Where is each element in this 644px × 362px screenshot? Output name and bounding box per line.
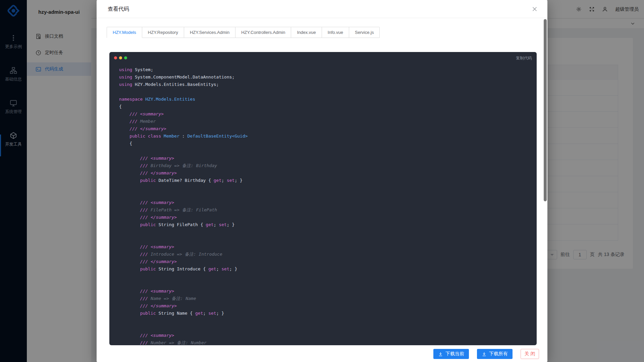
- code-line: /// <summary>: [119, 155, 537, 162]
- view-code-modal: 查看代码 HZY.ModelsHZY.RepositoryHZY.Service…: [97, 0, 547, 362]
- copy-code-button[interactable]: 复制代码: [516, 55, 532, 61]
- code-line: [119, 236, 537, 243]
- tab-hzy-repository[interactable]: HZY.Repository: [142, 27, 184, 38]
- code-line: /// Birthday => 备注: Birthday: [119, 162, 537, 169]
- code-line: /// Number => 备注: Number: [119, 339, 537, 345]
- green-dot-icon: [124, 56, 127, 59]
- code-viewer-header: 复制代码: [109, 52, 537, 63]
- code-line: using System.ComponentModel.DataAnnotati…: [119, 73, 537, 81]
- download-all-button[interactable]: 下载所有: [477, 349, 513, 359]
- code-line: public String Introduce { get; set; }: [119, 265, 537, 273]
- close-icon[interactable]: [531, 6, 538, 12]
- code-line: [119, 192, 537, 199]
- code-line: /// </summary>: [119, 258, 537, 265]
- download-icon: [482, 352, 487, 357]
- code-line: /// <summary>: [119, 243, 537, 251]
- code-line: [119, 273, 537, 280]
- code-line: /// </summary>: [119, 214, 537, 221]
- code-line: public String Name { get; set; }: [119, 310, 537, 317]
- code-viewer: 复制代码 using System;using System.Component…: [109, 52, 537, 345]
- code-line: [119, 324, 537, 332]
- code-line: [119, 184, 537, 192]
- code-line: /// Name => 备注: Name: [119, 295, 537, 302]
- tab-hzy-models[interactable]: HZY.Models: [107, 27, 142, 38]
- code-line: [119, 147, 537, 155]
- code-line: /// FilePath => 备注: FilePath: [119, 206, 537, 214]
- download-icon: [438, 352, 443, 357]
- code-line: /// </summary>: [119, 169, 537, 177]
- code-line: /// <summary>: [119, 199, 537, 206]
- code-line: public DateTime? Birthday { get; set; }: [119, 177, 537, 184]
- window-dots-icon: [114, 56, 127, 59]
- code-file-tabs: HZY.ModelsHZY.RepositoryHZY.Services.Adm…: [107, 27, 380, 38]
- code-line: {: [119, 140, 537, 147]
- tab-hzy-controllers-admin[interactable]: HZY.Controllers.Admin: [235, 27, 291, 38]
- yellow-dot-icon: [119, 56, 122, 59]
- tab-info-vue[interactable]: Info.vue: [322, 27, 349, 38]
- code-line: {: [119, 103, 537, 110]
- red-dot-icon: [114, 56, 117, 59]
- code-line: using System;: [119, 66, 537, 73]
- code-line: /// </summary>: [119, 125, 537, 133]
- code-line: [119, 88, 537, 96]
- code-line: using HZY.Models.Entities.BaseEntitys;: [119, 81, 537, 88]
- code-line: /// <summary>: [119, 288, 537, 295]
- modal-header: 查看代码: [97, 0, 547, 18]
- close-button[interactable]: 关 闭: [521, 349, 539, 359]
- code-line: /// Member: [119, 118, 537, 125]
- code-content: using System;using System.ComponentModel…: [109, 66, 537, 345]
- download-current-button[interactable]: 下载当前: [433, 349, 469, 359]
- code-line: /// Introduce => 备注: Introduce: [119, 251, 537, 258]
- code-line: [119, 280, 537, 288]
- modal-scrollbar-thumb[interactable]: [544, 19, 547, 201]
- modal-title: 查看代码: [108, 0, 129, 18]
- code-line: [119, 228, 537, 236]
- modal-footer: 下载当前 下载所有 关 闭: [433, 349, 539, 359]
- tab-service-js[interactable]: Service.js: [349, 27, 380, 38]
- code-line: /// <summary>: [119, 332, 537, 339]
- code-line: /// </summary>: [119, 302, 537, 310]
- code-line: [119, 317, 537, 324]
- code-line: public class Member : DefaultBaseEntity<…: [119, 133, 537, 140]
- code-line: public String FilePath { get; set; }: [119, 221, 537, 228]
- code-line: namespace HZY.Models.Entities: [119, 96, 537, 103]
- tab-index-vue[interactable]: Index.vue: [291, 27, 322, 38]
- code-line: /// <summary>: [119, 110, 537, 118]
- tab-hzy-services-admin[interactable]: HZY.Services.Admin: [184, 27, 235, 38]
